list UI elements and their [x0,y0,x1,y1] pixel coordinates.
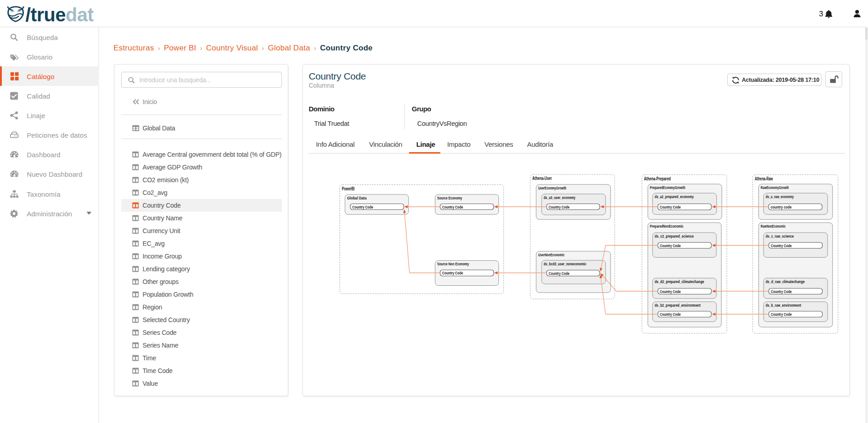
svg-text:ds_d_raw_climatechange: ds_d_raw_climatechange [766,279,805,284]
svg-text:ds_c2_prepared_science: ds_c2_prepared_science [655,234,694,239]
svg-text:ds_c_raw_science: ds_c_raw_science [766,234,794,239]
svg-text:Country Code: Country Code [771,243,792,248]
svg-text:Country Code: Country Code [549,204,570,209]
svg-text:Athena-User: Athena-User [533,175,552,181]
svg-text:Global Data: Global Data [347,195,367,200]
svg-text:PreparedEconmyGrowth: PreparedEconmyGrowth [650,185,686,190]
svg-text:RawNonEconomic: RawNonEconomic [761,224,786,229]
svg-text:Country Code: Country Code [771,289,792,294]
svg-text:UserNonEconomic: UserNonEconomic [538,252,565,257]
svg-text:ds_b_raw_environment: ds_b_raw_environment [766,303,802,308]
svg-text:Country Code: Country Code [442,204,463,209]
svg-text:PreparedNonEconomic: PreparedNonEconomic [650,224,684,229]
svg-text:ds_a3_user_economy: ds_a3_user_economy [544,195,576,200]
svg-text:Athena-Prepared: Athena-Prepared [644,176,671,181]
svg-text:Source Economy: Source Economy [437,195,462,200]
svg-text:RawEconomyGrowth: RawEconomyGrowth [761,185,789,190]
svg-text:UserEconmyGrowth: UserEconmyGrowth [538,185,567,190]
svg-text:Country Code: Country Code [660,289,681,294]
svg-text:ds_d2_prepared_climatechange: ds_d2_prepared_climatechange [655,279,704,284]
svg-text:ds_a2_prepared_economy: ds_a2_prepared_economy [655,194,694,199]
svg-text:Country Code: Country Code [660,243,681,248]
svg-text:Country Code: Country Code [660,312,681,317]
svg-text:PowerBI: PowerBI [342,186,355,191]
svg-text:Country Code: Country Code [660,204,681,209]
svg-text:Source Non Economy: Source Non Economy [437,261,469,266]
svg-text:country code: country code [771,204,792,209]
svg-text:Country Code: Country Code [771,312,792,317]
svg-text:/truedat: /truedat [25,5,94,24]
svg-text:ds_b2_prepared_environment: ds_b2_prepared_environment [655,303,701,308]
svg-text:Athena-Raw: Athena-Raw [755,176,774,181]
svg-text:ds_bcd3_user_noneconomic: ds_bcd3_user_noneconomic [544,261,587,266]
svg-text:ds_a_raw_economy: ds_a_raw_economy [766,194,794,199]
svg-text:Country Code: Country Code [549,271,570,276]
svg-text:Country Code: Country Code [442,270,463,275]
svg-text:Country Code: Country Code [352,204,373,209]
